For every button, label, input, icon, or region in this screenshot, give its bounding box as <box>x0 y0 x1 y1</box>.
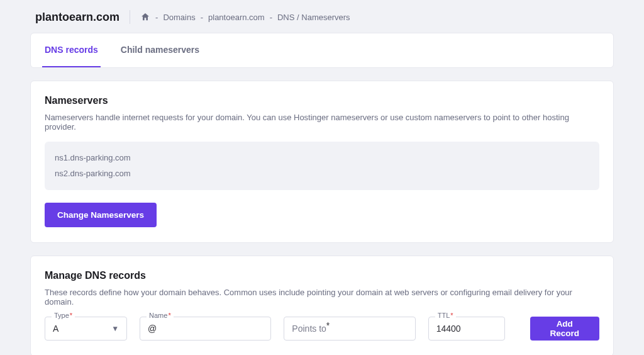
breadcrumb-item[interactable]: plantoearn.com <box>208 13 265 22</box>
type-select[interactable]: Type* A ▼ <box>45 317 127 341</box>
divider <box>130 10 130 24</box>
ttl-input[interactable] <box>436 324 497 334</box>
ttl-field[interactable]: TTL* <box>428 317 505 341</box>
page-title: plantoearn.com <box>35 11 119 24</box>
breadcrumb: - Domains - plantoearn.com - DNS / Names… <box>140 12 350 22</box>
nameserver-entry: ns2.dns-parking.com <box>55 166 589 182</box>
chevron-down-icon: ▼ <box>111 324 119 333</box>
tab-dns-records[interactable]: DNS records <box>42 33 101 67</box>
section-desc: Nameservers handle internet requests for… <box>45 113 599 132</box>
points-to-placeholder: Points to <box>292 324 326 334</box>
breadcrumb-sep: - <box>155 13 158 22</box>
nameservers-section: Nameservers Nameservers handle internet … <box>30 81 614 243</box>
required-star: * <box>70 312 72 319</box>
field-label: TTL <box>438 312 450 319</box>
section-title: Manage DNS records <box>45 270 599 281</box>
required-star: * <box>326 320 330 330</box>
nameserver-entry: ns1.dns-parking.com <box>55 150 589 166</box>
section-desc: These records define how your domain beh… <box>45 288 599 307</box>
change-nameservers-button[interactable]: Change Nameservers <box>45 203 157 227</box>
home-icon[interactable] <box>140 12 150 22</box>
required-star: * <box>168 312 170 319</box>
breadcrumb-sep: - <box>201 13 203 22</box>
breadcrumb-item: DNS / Nameservers <box>277 13 350 22</box>
section-title: Nameservers <box>45 95 599 106</box>
type-value: A <box>53 324 109 334</box>
tab-child-nameservers[interactable]: Child nameservers <box>118 33 202 67</box>
add-record-button[interactable]: Add Record <box>530 317 600 341</box>
field-label: Name <box>149 312 167 319</box>
manage-dns-section: Manage DNS records These records define … <box>30 256 614 355</box>
points-to-field[interactable]: Points to* <box>284 317 415 341</box>
name-input[interactable] <box>148 324 263 334</box>
required-star: * <box>450 312 453 319</box>
breadcrumb-item[interactable]: Domains <box>163 13 195 22</box>
field-label: Type <box>54 312 69 319</box>
name-field[interactable]: Name* <box>140 317 271 341</box>
nameserver-list: ns1.dns-parking.com ns2.dns-parking.com <box>45 142 599 190</box>
breadcrumb-sep: - <box>270 13 272 22</box>
